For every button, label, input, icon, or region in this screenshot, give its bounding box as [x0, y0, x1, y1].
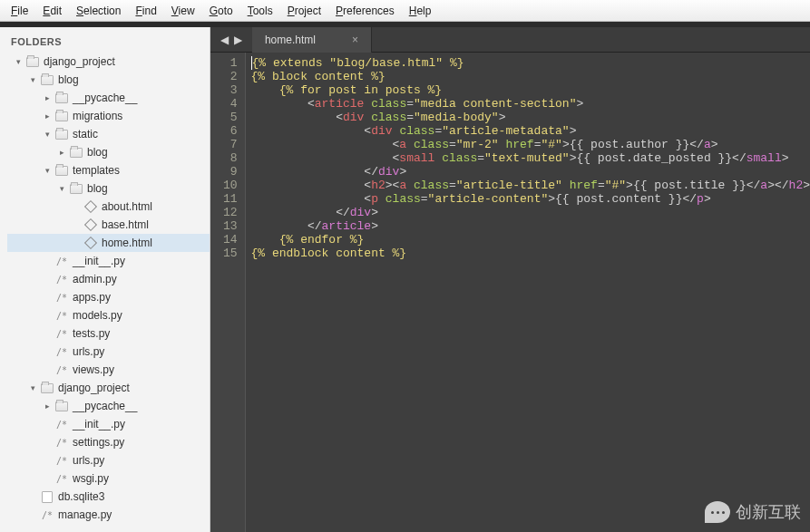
tree-item---pycache--[interactable]: ▸__pycache__	[7, 89, 210, 107]
tree-label: base.html	[102, 218, 149, 231]
tree-item-db-sqlite3[interactable]: db.sqlite3	[7, 488, 210, 506]
menu-item-tools[interactable]: Tools	[240, 2, 280, 20]
tree-item-blog[interactable]: ▾blog	[7, 179, 210, 198]
disclosure-open-icon[interactable]: ▾	[42, 129, 53, 140]
disclosure-none	[71, 219, 82, 230]
python-file-icon	[54, 418, 69, 430]
folder-icon	[69, 146, 83, 159]
close-icon[interactable]: ×	[352, 34, 358, 46]
menu-item-view[interactable]: View	[164, 2, 202, 20]
tree-label: templates	[73, 164, 120, 177]
disclosure-open-icon[interactable]: ▾	[42, 165, 53, 176]
tree-item-urls-py[interactable]: urls.py	[7, 451, 210, 469]
tree-item-models-py[interactable]: models.py	[7, 306, 210, 324]
folder-icon	[54, 92, 69, 104]
tree-item---pycache--[interactable]: ▸__pycache__	[7, 397, 210, 415]
tree-item-django-project[interactable]: ▾django_project	[7, 53, 210, 71]
tree-label: migrations	[73, 110, 122, 122]
tree-label: urls.py	[73, 454, 104, 467]
folder-icon	[54, 164, 69, 177]
python-file-icon	[54, 291, 69, 304]
folder-icon	[54, 110, 69, 122]
tree-item---init---py[interactable]: __init__.py	[7, 252, 210, 270]
tab-label: home.html	[265, 34, 316, 46]
folder-icon	[69, 182, 83, 195]
tree-item-about-html[interactable]: about.html	[7, 198, 210, 216]
disclosure-open-icon[interactable]: ▾	[13, 56, 24, 67]
python-file-icon	[54, 273, 69, 285]
tree-label: __pycache__	[73, 92, 137, 104]
tree-item-admin-py[interactable]: admin.py	[7, 270, 210, 288]
tree-label: django_project	[58, 382, 130, 394]
tree-label: static	[73, 128, 98, 140]
menu-item-goto[interactable]: Goto	[202, 2, 240, 20]
tree-item-home-html[interactable]: home.html	[7, 234, 210, 252]
tree-label: about.html	[102, 200, 152, 213]
disclosure-open-icon[interactable]: ▾	[56, 183, 67, 194]
menu-item-file[interactable]: File	[4, 2, 35, 20]
disclosure-none	[27, 491, 38, 502]
tree-item-wsgi-py[interactable]: wsgi.py	[7, 469, 210, 488]
tree-label: blog	[58, 73, 79, 86]
disclosure-open-icon[interactable]: ▾	[27, 382, 38, 393]
tree-item-base-html[interactable]: base.html	[7, 216, 210, 234]
tree-item-migrations[interactable]: ▸migrations	[7, 107, 210, 125]
tree-item-tests-py[interactable]: tests.py	[7, 324, 210, 343]
folder-icon	[25, 55, 40, 68]
folder-icon	[40, 382, 54, 394]
menu-item-find[interactable]: Find	[128, 2, 163, 20]
menu-item-help[interactable]: Help	[402, 2, 439, 20]
menu-item-edit[interactable]: Edit	[35, 2, 69, 20]
disclosure-closed-icon[interactable]: ▸	[42, 111, 53, 121]
tree-label: django_project	[44, 55, 115, 68]
sidebar: FOLDERS ▾django_project▾blog▸__pycache__…	[0, 27, 210, 532]
tree-item-templates[interactable]: ▾templates	[7, 161, 210, 179]
disclosure-none	[42, 473, 53, 484]
disclosure-none	[42, 256, 53, 266]
tree-item-apps-py[interactable]: apps.py	[7, 288, 210, 306]
tree-label: db.sqlite3	[58, 490, 104, 503]
menu-item-project[interactable]: Project	[280, 2, 328, 20]
python-file-icon	[54, 454, 69, 467]
disclosure-closed-icon[interactable]: ▸	[42, 401, 53, 411]
tree-item-django-project[interactable]: ▾django_project	[7, 379, 210, 397]
html-file-icon	[83, 237, 98, 249]
disclosure-none	[71, 201, 82, 212]
disclosure-none	[42, 328, 53, 339]
python-file-icon	[40, 508, 54, 521]
tree-label: blog	[87, 146, 108, 159]
tree-label: home.html	[102, 237, 152, 249]
watermark-text: 创新互联	[736, 501, 801, 523]
tab-home-html[interactable]: home.html ×	[252, 27, 372, 53]
menu-item-preferences[interactable]: Preferences	[328, 2, 402, 20]
folder-icon	[54, 400, 69, 412]
tree-item-settings-py[interactable]: settings.py	[7, 433, 210, 451]
tree-label: settings.py	[73, 436, 124, 449]
watermark: 创新互联	[705, 501, 801, 523]
disclosure-closed-icon[interactable]: ▸	[56, 147, 67, 158]
disclosure-none	[42, 274, 53, 285]
tree-item-urls-py[interactable]: urls.py	[7, 343, 210, 361]
tree-label: manage.py	[58, 508, 112, 521]
disclosure-none	[42, 419, 53, 430]
tree-label: __pycache__	[73, 400, 137, 412]
folder-icon	[54, 128, 69, 140]
tree-item-blog[interactable]: ▸blog	[7, 143, 210, 161]
python-file-icon	[54, 363, 69, 376]
tab-nav-arrows[interactable]: ◀ ▶	[210, 34, 252, 46]
menu-item-selection[interactable]: Selection	[69, 2, 128, 20]
disclosure-closed-icon[interactable]: ▸	[42, 92, 53, 103]
tree-item-static[interactable]: ▾static	[7, 125, 210, 143]
nav-forward-icon[interactable]: ▶	[231, 34, 245, 46]
tree-item-views-py[interactable]: views.py	[7, 361, 210, 379]
disclosure-open-icon[interactable]: ▾	[27, 74, 38, 85]
python-file-icon	[54, 472, 69, 485]
chat-bubble-icon	[705, 501, 730, 523]
code-editor[interactable]: 123456789101112131415 {% extends "blog/b…	[210, 53, 810, 532]
file-icon	[40, 490, 54, 503]
tree-item-manage-py[interactable]: manage.py	[7, 506, 210, 524]
tree-item---init---py[interactable]: __init__.py	[7, 415, 210, 433]
tree-item-blog[interactable]: ▾blog	[7, 71, 210, 89]
code-content[interactable]: {% extends "blog/base.html" %}{% block c…	[246, 53, 810, 532]
nav-back-icon[interactable]: ◀	[218, 34, 231, 46]
